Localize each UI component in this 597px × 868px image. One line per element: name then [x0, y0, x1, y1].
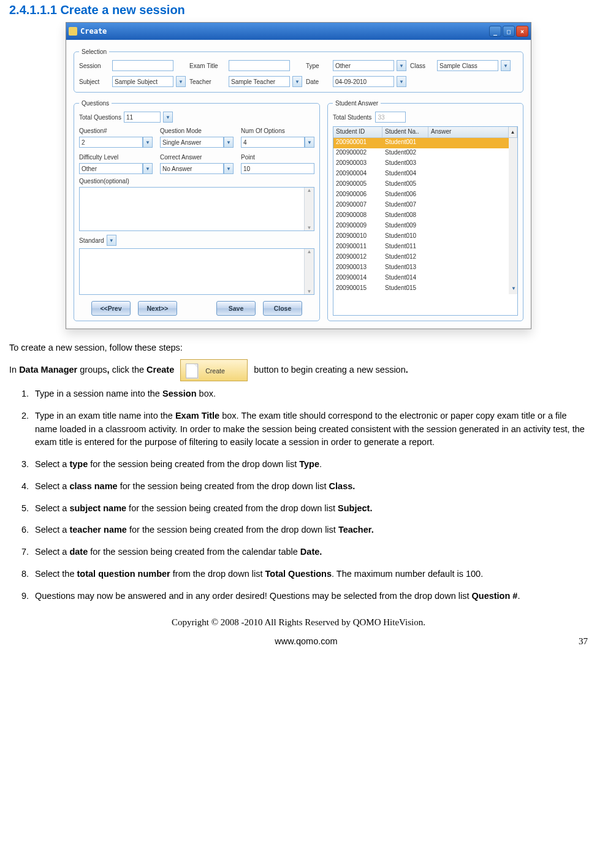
point-input[interactable]: 10 — [241, 163, 314, 174]
table-row[interactable]: 200900001Student001 — [333, 138, 517, 148]
titlebar: Create _ □ × — [66, 23, 531, 40]
chevron-down-icon[interactable]: ▼ — [163, 112, 173, 123]
table-row[interactable]: 200900004Student004 — [333, 169, 517, 180]
scroll-up-icon[interactable]: ▲ — [307, 249, 312, 254]
next-button[interactable]: Next>> — [138, 301, 177, 316]
step-9: Questions may now be answered and in any… — [31, 590, 588, 603]
chevron-down-icon[interactable]: ▼ — [305, 137, 314, 148]
difficulty-select[interactable]: Other — [79, 163, 143, 174]
prev-button[interactable]: <<Prev — [91, 301, 131, 316]
scrollbar-track[interactable] — [509, 221, 517, 232]
scrollbar-track[interactable] — [509, 148, 517, 159]
table-row[interactable]: 200900002Student002 — [333, 148, 517, 159]
close-button[interactable]: Close — [263, 301, 302, 316]
table-row[interactable]: 200900013Student013 — [333, 263, 517, 273]
table-row[interactable]: 200900009Student009 — [333, 221, 517, 232]
scroll-down-icon[interactable]: ▼ — [307, 289, 312, 294]
minimize-button[interactable]: _ — [489, 26, 501, 37]
cell-answer — [428, 221, 509, 232]
cell-answer — [428, 232, 509, 242]
chevron-down-icon[interactable]: ▼ — [397, 60, 406, 71]
scrollbar-track[interactable] — [509, 242, 517, 253]
chevron-down-icon[interactable]: ▼ — [143, 137, 153, 148]
scrollbar-track[interactable] — [509, 200, 517, 211]
standard-textarea[interactable]: ▲▼ — [79, 248, 314, 295]
session-input[interactable] — [112, 60, 173, 71]
student-answer-fieldset: Student Answer Total Students 33 Student… — [327, 100, 523, 321]
scrollbar-track[interactable] — [509, 190, 517, 200]
scrollbar-track[interactable] — [509, 253, 517, 263]
col-answer[interactable]: Answer — [428, 127, 509, 137]
cell-answer — [428, 263, 509, 273]
table-row[interactable]: 200900011Student011 — [333, 242, 517, 253]
chevron-down-icon[interactable]: ▼ — [224, 163, 234, 174]
scrollbar-track[interactable] — [509, 273, 517, 284]
screenshot-container: Create _ □ × Selection Session Exam Titl… — [9, 22, 588, 329]
scrollbar-track[interactable] — [509, 159, 517, 169]
question-optional-textarea[interactable]: ▲▼ — [79, 187, 314, 231]
chevron-down-icon[interactable]: ▼ — [397, 76, 406, 87]
scroll-up-icon[interactable]: ▲ — [509, 127, 517, 137]
save-button[interactable]: Save — [216, 301, 256, 316]
table-row[interactable]: 200900007Student007 — [333, 200, 517, 211]
table-row[interactable]: 200900005Student005 — [333, 180, 517, 190]
question-mode-label: Question Mode — [160, 128, 234, 134]
table-row[interactable]: 200900012Student012 — [333, 253, 517, 263]
total-questions-select[interactable]: 11 — [124, 112, 161, 123]
table-row[interactable]: 200900010Student010 — [333, 232, 517, 242]
teacher-select[interactable]: Sample Teacher — [229, 76, 290, 87]
type-select[interactable]: Other — [333, 60, 394, 71]
cell-student-name: Student015 — [382, 284, 428, 294]
question-number-select[interactable]: 2 — [79, 137, 143, 148]
cell-student-id: 200900006 — [333, 190, 382, 200]
cell-answer — [428, 190, 509, 200]
close-window-button[interactable]: × — [516, 26, 528, 37]
exam-title-input[interactable] — [229, 60, 290, 71]
scrollbar-track[interactable] — [509, 263, 517, 273]
chevron-down-icon[interactable]: ▼ — [143, 163, 153, 174]
col-student-id[interactable]: Student ID — [333, 127, 382, 137]
scrollbar-track[interactable] — [509, 138, 517, 148]
class-select[interactable]: Sample Class — [437, 60, 498, 71]
scrollbar-track[interactable] — [509, 232, 517, 242]
cell-student-id: 200900007 — [333, 200, 382, 211]
table-row[interactable]: 200900006Student006 — [333, 190, 517, 200]
correct-answer-label: Correct Answer — [160, 154, 234, 161]
correct-answer-select[interactable]: No Answer — [160, 163, 224, 174]
cell-student-name: Student005 — [382, 180, 428, 190]
cell-student-name: Student002 — [382, 148, 428, 159]
scroll-down-icon[interactable]: ▼ — [307, 225, 312, 230]
footer-url[interactable]: www.qomo.com — [275, 636, 337, 646]
table-row[interactable]: 200900008Student008 — [333, 211, 517, 221]
chevron-down-icon[interactable]: ▼ — [107, 235, 116, 246]
scrollbar-track[interactable] — [509, 180, 517, 190]
maximize-button[interactable]: □ — [503, 26, 515, 37]
subject-label: Subject — [79, 78, 110, 85]
footer-copyright: Copyright © 2008 -2010 All Rights Reserv… — [9, 617, 588, 628]
total-questions-label: Total Questions — [79, 114, 121, 121]
chevron-down-icon[interactable]: ▼ — [501, 60, 511, 71]
col-student-name[interactable]: Student Na.. — [382, 127, 428, 137]
questions-legend: Questions — [79, 100, 112, 107]
cell-answer — [428, 159, 509, 169]
cell-student-name: Student003 — [382, 159, 428, 169]
subject-select[interactable]: Sample Subject — [112, 76, 173, 87]
date-picker[interactable]: 04-09-2010 — [333, 76, 394, 87]
table-row[interactable]: 200900003Student003 — [333, 159, 517, 169]
scrollbar-track[interactable] — [509, 211, 517, 221]
chevron-down-icon[interactable]: ▼ — [292, 76, 302, 87]
scroll-down-icon[interactable]: ▼ — [509, 284, 517, 294]
question-mode-select[interactable]: Single Answer — [160, 137, 224, 148]
cell-student-name: Student004 — [382, 169, 428, 180]
chevron-down-icon[interactable]: ▼ — [176, 76, 186, 87]
chevron-down-icon[interactable]: ▼ — [224, 137, 234, 148]
table-row[interactable]: 200900015Student015▼ — [333, 284, 517, 294]
student-table[interactable]: Student ID Student Na.. Answer ▲ 2009000… — [333, 126, 518, 316]
step-5: Select a subject name for the session be… — [31, 502, 588, 516]
num-options-select[interactable]: 4 — [241, 137, 305, 148]
scroll-up-icon[interactable]: ▲ — [307, 188, 312, 193]
cell-student-id: 200900009 — [333, 221, 382, 232]
create-toolbar-button[interactable]: Create — [180, 359, 248, 381]
scrollbar-track[interactable] — [509, 169, 517, 180]
table-row[interactable]: 200900014Student014 — [333, 273, 517, 284]
